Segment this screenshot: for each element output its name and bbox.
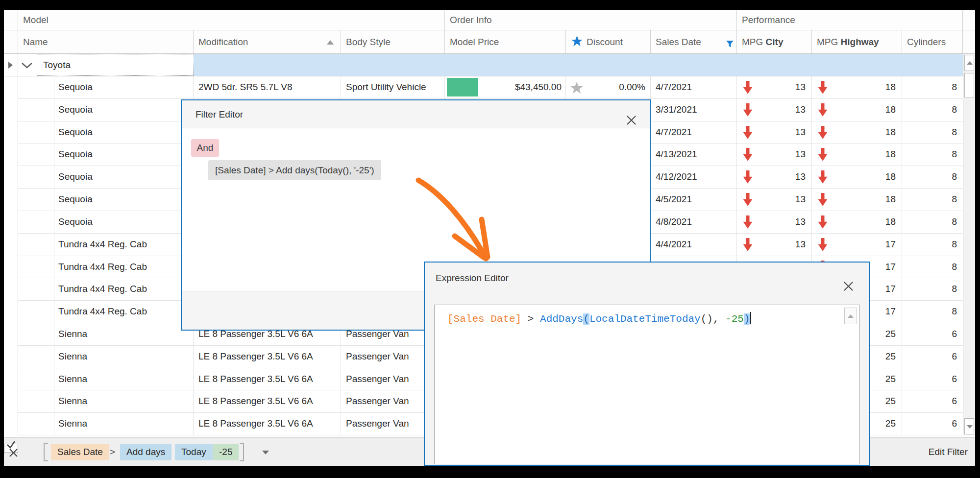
cell-name[interactable]: Sequoia [18, 121, 194, 144]
band-header-model[interactable]: Model [18, 10, 445, 30]
cell-mpg-city[interactable]: 13 [737, 76, 812, 99]
cell-sales-date[interactable]: 4/12/2021 [651, 166, 737, 189]
cell-name[interactable]: Tundra 4x4 Reg. Cab [18, 256, 194, 279]
filter-funnel-icon[interactable] [726, 33, 734, 54]
cell-cylinders[interactable]: 6 [902, 368, 963, 391]
cell-name[interactable]: Sequoia [18, 143, 194, 166]
filter-chip-field[interactable]: Sales Date [51, 444, 109, 460]
cell-name[interactable]: Sequoia [18, 99, 194, 121]
column-header-mpg-city[interactable]: MPG City [737, 30, 812, 54]
cell-cylinders[interactable]: 6 [902, 413, 963, 435]
cell-mpg-city[interactable]: 13 [737, 99, 812, 121]
column-header-model-price[interactable]: Model Price [445, 30, 566, 54]
filter-editor-titlebar[interactable]: Filter Editor [182, 100, 650, 128]
cell-mpg-highway[interactable]: 18 [812, 99, 902, 121]
cell-sales-date[interactable]: 4/7/2021 [651, 76, 737, 99]
cell-mpg-city[interactable]: 13 [737, 166, 812, 189]
cell-mpg-highway[interactable]: 18 [812, 76, 902, 99]
expression-editor-titlebar[interactable]: Expression Editor [425, 263, 869, 297]
cell-name[interactable]: Tundra 4x4 Reg. Cab [18, 301, 194, 323]
scroll-down-button[interactable] [964, 418, 974, 434]
cell-cylinders[interactable]: 8 [902, 166, 963, 189]
cell-mpg-highway[interactable]: 18 [812, 166, 902, 189]
cell-model-price[interactable]: $43,450.00 [445, 76, 566, 99]
group-expand-button[interactable] [18, 54, 37, 76]
table-row[interactable]: Sequoia2WD 5dr. SR5 5.7L V8Sport Utility… [4, 76, 975, 99]
cell-cylinders[interactable]: 8 [902, 143, 963, 166]
scroll-up-button[interactable] [964, 55, 974, 71]
filter-chip-argument1[interactable]: Today [175, 444, 213, 460]
cell-name[interactable]: Sienna [18, 368, 194, 391]
cell-cylinders[interactable]: 8 [902, 121, 963, 144]
cell-name[interactable]: Sienna [18, 390, 194, 413]
cell-modification[interactable]: 2WD 5dr. SR5 5.7L V8 [194, 76, 341, 99]
cell-name[interactable]: Tundra 4x4 Reg. Cab [18, 234, 194, 256]
cell-name[interactable]: Sienna [18, 323, 194, 346]
column-header-cylinders[interactable]: Cylinders [902, 30, 963, 54]
band-header-performance[interactable]: Performance [737, 10, 963, 30]
filter-chip-operator[interactable]: > [110, 444, 115, 460]
cell-mpg-city[interactable]: 13 [737, 121, 812, 144]
cell-cylinders[interactable]: 8 [902, 256, 963, 279]
cell-cylinders[interactable]: 6 [902, 323, 963, 346]
filter-dropdown-icon[interactable] [262, 451, 269, 454]
cell-name[interactable]: Sequoia [18, 189, 194, 211]
vertical-scrollbar[interactable] [963, 54, 975, 435]
cell-mpg-city[interactable]: 13 [737, 189, 812, 211]
cell-mpg-city[interactable]: 13 [737, 234, 812, 256]
cell-sales-date[interactable]: 4/5/2021 [651, 189, 737, 211]
cell-name[interactable]: Sequoia [18, 76, 194, 99]
cell-mpg-highway[interactable]: 18 [812, 211, 902, 234]
cell-mpg-city[interactable]: 13 [737, 211, 812, 234]
cell-cylinders[interactable]: 6 [902, 346, 963, 368]
cell-cylinders[interactable]: 8 [902, 99, 963, 121]
cell-discount[interactable]: 0.00% [566, 76, 651, 99]
cell-mpg-highway[interactable]: 18 [812, 143, 902, 166]
column-header-modification[interactable]: Modification [194, 30, 341, 54]
cell-modification[interactable]: LE 8 Passenger 3.5L V6 6A [194, 390, 341, 413]
cell-sales-date[interactable]: 4/13/2021 [651, 143, 737, 166]
cell-cylinders[interactable]: 8 [902, 211, 963, 234]
cell-modification[interactable]: LE 8 Passenger 3.5L V6 6A [194, 413, 341, 435]
group-value-cell[interactable]: Toyota [37, 54, 194, 76]
close-icon[interactable] [843, 273, 854, 305]
column-header-body-style[interactable]: Body Style [341, 30, 445, 54]
code-scroll-up-button[interactable] [844, 308, 857, 324]
cell-name[interactable]: Sequoia [18, 211, 194, 234]
remove-filter-icon[interactable] [8, 447, 19, 463]
filter-chip-function[interactable]: Add days [120, 444, 172, 460]
cell-mpg-city[interactable]: 13 [737, 143, 812, 166]
cell-cylinders[interactable]: 8 [902, 301, 963, 323]
cell-modification[interactable]: LE 8 Passenger 3.5L V6 6A [194, 346, 341, 368]
filter-group-operator[interactable]: And [191, 139, 219, 157]
column-header-mpg-highway[interactable]: MPG Highway [812, 30, 902, 54]
column-header-discount[interactable]: Discount [566, 30, 651, 54]
cell-mpg-highway[interactable]: 18 [812, 189, 902, 211]
scrollbar-thumb[interactable] [964, 73, 974, 97]
cell-body-style[interactable]: Sport Utility Vehicle [341, 76, 445, 99]
cell-sales-date[interactable]: 4/7/2021 [651, 121, 737, 144]
cell-cylinders[interactable]: 8 [902, 278, 963, 301]
cell-sales-date[interactable]: 4/4/2021 [651, 234, 737, 256]
expression-code-editor[interactable]: [Sales Date] > AddDays(LocalDateTimeToda… [434, 305, 860, 464]
cell-name[interactable]: Sienna [18, 413, 194, 435]
cell-name[interactable]: Sequoia [18, 166, 194, 189]
cell-sales-date[interactable]: 3/31/2021 [651, 99, 737, 121]
cell-name[interactable]: Tundra 4x4 Reg. Cab [18, 278, 194, 301]
cell-sales-date[interactable]: 4/8/2021 [651, 211, 737, 234]
filter-chip-argument2[interactable]: -25 [213, 444, 239, 460]
group-row[interactable]: Toyota [4, 54, 975, 76]
edit-filter-button[interactable]: Edit Filter [929, 444, 968, 460]
band-header-order-info[interactable]: Order Info [445, 10, 737, 30]
cell-cylinders[interactable]: 8 [902, 189, 963, 211]
cell-cylinders[interactable]: 6 [902, 390, 963, 413]
cell-modification[interactable]: LE 8 Passenger 3.5L V6 6A [194, 368, 341, 391]
column-header-name[interactable]: Name [18, 30, 194, 54]
cell-name[interactable]: Sienna [18, 346, 194, 368]
filter-condition[interactable]: [Sales Date] > Add days(Today(), '-25') [208, 160, 381, 180]
cell-mpg-highway[interactable]: 18 [812, 121, 902, 144]
cell-mpg-highway[interactable]: 17 [812, 234, 902, 256]
cell-cylinders[interactable]: 8 [902, 234, 963, 256]
column-header-sales-date[interactable]: Sales Date [651, 30, 737, 54]
cell-cylinders[interactable]: 8 [902, 76, 963, 99]
